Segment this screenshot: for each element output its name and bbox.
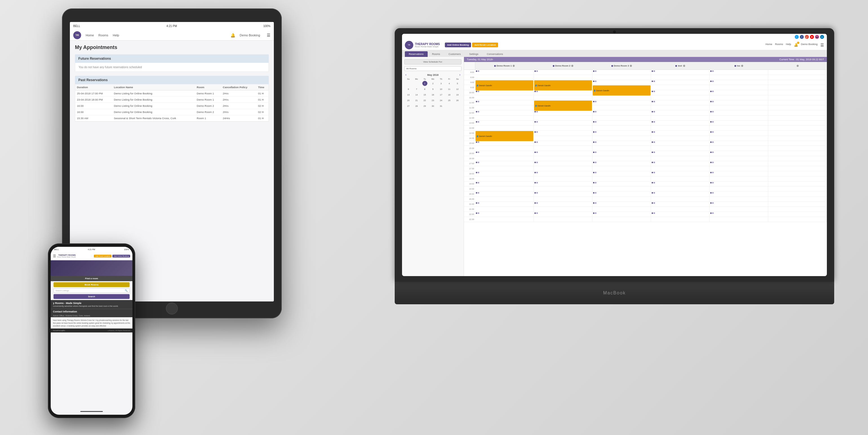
schedule-cell[interactable] (534, 116, 592, 121)
cell-plus-icon[interactable]: ⊕ (712, 192, 714, 194)
schedule-cell[interactable] (768, 166, 827, 171)
schedule-cell[interactable] (534, 156, 592, 161)
schedule-cell[interactable] (592, 116, 651, 121)
schedule-cell[interactable] (768, 75, 827, 80)
nav-rooms[interactable]: Rooms (775, 43, 783, 47)
schedule-cell[interactable] (475, 207, 534, 212)
cell-plus-icon[interactable]: ⊕ (653, 161, 655, 164)
schedule-cell[interactable] (768, 131, 827, 136)
cell-plus-icon[interactable]: ⊕ (712, 202, 714, 204)
schedule-cell[interactable]: ⊕ (651, 161, 710, 166)
cell-plus-icon[interactable]: ⊕ (595, 141, 597, 144)
schedule-cell[interactable] (592, 156, 651, 161)
schedule-cell[interactable] (475, 217, 534, 222)
schedule-cell[interactable]: ⊕ (475, 70, 534, 75)
schedule-cell[interactable] (768, 161, 827, 166)
schedule-cell[interactable]: ⊕ (651, 202, 710, 207)
schedule-cell[interactable] (475, 105, 534, 111)
schedule-cell[interactable] (768, 197, 827, 202)
schedule-cell[interactable]: ⊕ (710, 90, 768, 95)
schedule-cell[interactable]: ⊕ (534, 121, 592, 126)
schedule-cell[interactable] (534, 166, 592, 171)
cell-plus-icon[interactable]: ⊕ (477, 111, 479, 113)
schedule-cell[interactable]: ⊕ (710, 80, 768, 85)
view-schedule-btn[interactable]: View Schedule For: (404, 59, 462, 64)
schedule-cell[interactable] (475, 197, 534, 202)
schedule-cell[interactable] (768, 85, 827, 90)
room3-plus[interactable]: ⊕ (630, 64, 632, 67)
schedule-cell[interactable] (768, 146, 827, 151)
cal-day[interactable]: 6 (406, 87, 411, 92)
schedule-cell[interactable]: ⊕ (710, 171, 768, 176)
twitter-icon[interactable]: t (795, 35, 799, 39)
schedule-cell[interactable] (534, 187, 592, 192)
cell-plus-icon[interactable]: ⊕ (536, 202, 538, 204)
cal-day[interactable]: 14 (414, 92, 419, 97)
cell-plus-icon[interactable]: ⊕ (653, 151, 655, 154)
schedule-cell[interactable]: ⊕ (592, 161, 651, 166)
phone-footer-home[interactable]: Home (53, 330, 58, 331)
test-plus[interactable]: ⊕ (683, 64, 685, 67)
calendar-prev[interactable]: ‹ (405, 73, 406, 76)
cal-day[interactable]: 16 (431, 92, 436, 97)
cell-plus-icon[interactable]: ⊕ (712, 181, 714, 184)
schedule-cell[interactable]: ⊕ (710, 161, 768, 166)
schedule-cell[interactable] (768, 171, 827, 176)
cal-day[interactable]: 29 (422, 103, 427, 108)
schedule-cell[interactable]: ⊕ (475, 171, 534, 176)
schedule-cell[interactable] (475, 75, 534, 80)
tablet-home-button[interactable] (166, 303, 178, 314)
cell-plus-icon[interactable]: ⊕ (653, 212, 655, 214)
schedule-cell[interactable] (768, 80, 827, 85)
booking-block[interactable]: 👤Danish Gandhi (534, 80, 592, 90)
schedule-cell[interactable] (710, 207, 768, 212)
schedule-cell[interactable] (651, 116, 710, 121)
schedule-cell[interactable] (534, 136, 592, 141)
app-hamburger-icon[interactable]: ☰ (820, 43, 824, 47)
schedule-cell[interactable] (710, 217, 768, 222)
schedule-cell[interactable]: ⊕ (534, 131, 592, 136)
schedule-cell[interactable] (534, 75, 592, 80)
schedule-cell[interactable]: 👤Danish Gandhi (475, 131, 534, 136)
youtube-icon[interactable]: ▶ (810, 35, 814, 39)
tab-reservations[interactable]: Reservations (405, 51, 428, 57)
schedule-cell[interactable]: ⊕ (534, 151, 592, 156)
cell-plus-icon[interactable]: ⊕ (712, 80, 714, 83)
cell-plus-icon[interactable]: ⊕ (595, 181, 597, 184)
schedule-cell[interactable] (651, 85, 710, 90)
phone-book-rooms-btn[interactable]: Book Rooms (54, 282, 130, 287)
cell-plus-icon[interactable]: ⊕ (536, 171, 538, 174)
schedule-cell[interactable] (768, 202, 827, 207)
tablet-nav-home[interactable]: Home (86, 34, 94, 37)
schedule-cell[interactable]: ⊕ (651, 90, 710, 95)
cell-plus-icon[interactable]: ⊕ (595, 80, 597, 83)
all-rooms-select[interactable]: All Rooms (404, 66, 462, 71)
cell-plus-icon[interactable]: ⊕ (712, 171, 714, 174)
schedule-cell[interactable]: ⊕ (592, 192, 651, 197)
cell-plus-icon[interactable]: ⊕ (653, 90, 655, 93)
cal-day[interactable]: 4 (447, 81, 452, 86)
booking-block[interactable]: 👤Danish Gandhi (475, 80, 533, 90)
schedule-cell[interactable] (475, 166, 534, 171)
extra-plus[interactable]: ⊕ (797, 64, 799, 67)
schedule-cell[interactable] (710, 136, 768, 141)
cal-day[interactable]: 5 (455, 81, 460, 86)
cell-plus-icon[interactable]: ⊕ (595, 131, 597, 133)
cell-plus-icon[interactable]: ⊕ (477, 141, 479, 144)
schedule-cell[interactable] (768, 116, 827, 121)
schedule-cell[interactable] (475, 176, 534, 181)
schedule-cell[interactable] (710, 156, 768, 161)
schedule-cell[interactable] (651, 197, 710, 202)
googleplus-icon[interactable]: g+ (805, 35, 809, 39)
cal-day[interactable]: 31 (439, 103, 444, 108)
cell-plus-icon[interactable]: ⊕ (653, 131, 655, 133)
schedule-cell[interactable]: ⊕ (592, 181, 651, 187)
cell-plus-icon[interactable]: ⊕ (712, 141, 714, 144)
schedule-cell[interactable] (592, 217, 651, 222)
schedule-cell[interactable] (592, 187, 651, 192)
schedule-cell[interactable] (768, 121, 827, 126)
schedule-cell[interactable] (592, 166, 651, 171)
schedule-cell[interactable] (651, 105, 710, 111)
booking-block[interactable]: 👤Danish Gandhi (593, 85, 651, 95)
schedule-cell[interactable] (768, 176, 827, 181)
